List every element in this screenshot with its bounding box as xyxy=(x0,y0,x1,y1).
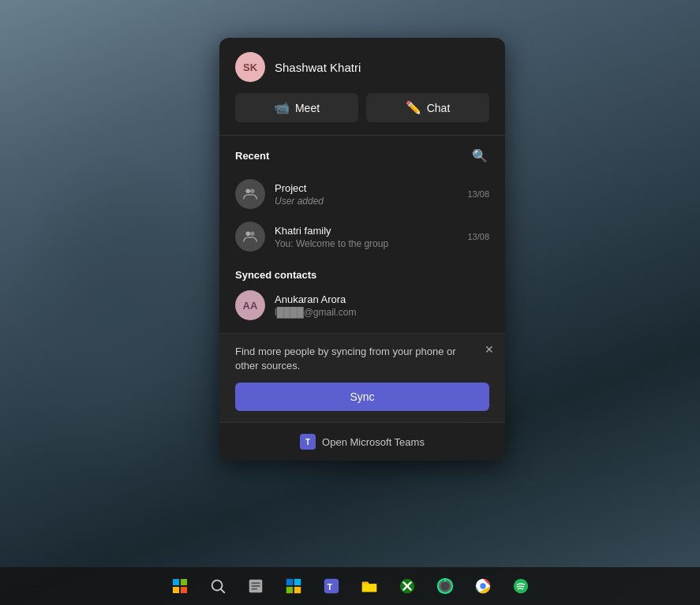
spotify-icon xyxy=(512,577,530,595)
footer-label: Open Microsoft Teams xyxy=(322,436,425,448)
chat-label: Chat xyxy=(427,102,451,114)
synced-title: Synced contacts xyxy=(235,269,489,281)
open-teams-footer[interactable]: T Open Microsoft Teams xyxy=(219,422,505,461)
svg-line-5 xyxy=(221,589,224,592)
group-icon-khatri xyxy=(241,228,259,245)
synced-section: Synced contacts AA Anukaran Arora l████@… xyxy=(219,258,505,333)
explorer-icon xyxy=(361,577,378,595)
chat-info-khatri: Khatri family You: Welcome to the group xyxy=(275,225,458,249)
taskbar-tasks[interactable] xyxy=(428,569,462,603)
svg-rect-9 xyxy=(251,588,256,590)
sync-banner: ✕ Find more people by syncing from your … xyxy=(219,333,505,422)
chat-time-khatri: 13/08 xyxy=(467,232,489,241)
svg-point-18 xyxy=(440,582,449,591)
svg-point-0 xyxy=(246,189,251,194)
teams-taskbar-icon: T xyxy=(323,577,340,595)
chat-button[interactable]: ✏️ Chat xyxy=(366,93,489,122)
svg-rect-12 xyxy=(286,587,292,593)
meet-button[interactable]: 📹 Meet xyxy=(235,93,358,122)
chat-preview-project: User added xyxy=(275,196,458,207)
action-buttons: 📹 Meet ✏️ Chat xyxy=(219,93,505,135)
svg-rect-13 xyxy=(294,587,300,593)
svg-point-1 xyxy=(250,189,255,194)
teams-popup: SK Shashwat Khatri 📹 Meet ✏️ Chat Recent… xyxy=(219,38,505,461)
store-icon xyxy=(285,577,302,595)
recent-section-header: Recent 🔍 xyxy=(235,147,489,165)
taskbar-xbox[interactable] xyxy=(390,569,425,603)
banner-text: Find more people by syncing from your ph… xyxy=(235,345,489,373)
popup-header: SK Shashwat Khatri xyxy=(219,38,505,93)
chrome-icon xyxy=(474,577,492,595)
taskbar: T xyxy=(0,567,700,605)
chat-icon: ✏️ xyxy=(406,100,421,115)
tasks-icon xyxy=(436,577,454,595)
avatar-aa-initials: AA xyxy=(243,300,258,312)
group-icon xyxy=(241,185,259,203)
taskbar-store[interactable] xyxy=(276,569,311,603)
contact-email-aa: l████@gmail.com xyxy=(275,307,489,318)
group-avatar-project xyxy=(235,179,265,209)
user-name: Shashwat Khatri xyxy=(275,61,361,74)
xbox-icon xyxy=(399,577,416,595)
svg-rect-11 xyxy=(294,579,300,585)
avatar-aa: AA xyxy=(235,290,265,320)
chat-time-project: 13/08 xyxy=(467,189,489,199)
chat-preview-khatri: You: Welcome to the group xyxy=(275,238,458,249)
recent-title: Recent xyxy=(235,150,269,162)
teams-logo-icon: T xyxy=(300,434,316,450)
svg-point-21 xyxy=(480,583,485,588)
contact-info-aa: Anukaran Arora l████@gmail.com xyxy=(275,293,489,318)
sync-button[interactable]: Sync xyxy=(235,383,489,411)
svg-point-2 xyxy=(246,232,251,237)
taskbar-search[interactable] xyxy=(200,569,235,603)
banner-close-button[interactable]: ✕ xyxy=(485,343,494,356)
meet-label: Meet xyxy=(295,102,320,114)
svg-text:T: T xyxy=(327,582,332,592)
contact-name-aa: Anukaran Arora xyxy=(275,293,489,305)
search-taskbar-icon xyxy=(209,577,226,595)
taskbar-files[interactable] xyxy=(238,569,273,603)
taskbar-start[interactable] xyxy=(163,569,197,603)
svg-rect-8 xyxy=(251,585,260,587)
windows-icon xyxy=(173,579,187,593)
video-icon: 📹 xyxy=(274,100,290,115)
avatar-initials: SK xyxy=(243,62,257,73)
chat-item-project[interactable]: Project User added 13/08 xyxy=(235,173,489,215)
chat-item-khatri[interactable]: Khatri family You: Welcome to the group … xyxy=(235,215,489,258)
chat-name-khatri: Khatri family xyxy=(275,225,458,237)
taskbar-teams[interactable]: T xyxy=(314,569,349,603)
files-icon xyxy=(247,577,264,595)
svg-point-3 xyxy=(250,232,255,237)
recent-section: Recent 🔍 Project User added 13/08 xyxy=(219,136,505,258)
contact-item-aa[interactable]: AA Anukaran Arora l████@gmail.com xyxy=(235,290,489,320)
chat-name-project: Project xyxy=(275,182,458,194)
taskbar-explorer[interactable] xyxy=(352,569,387,603)
taskbar-chrome[interactable] xyxy=(466,569,500,603)
group-avatar-khatri xyxy=(235,222,265,252)
avatar: SK xyxy=(235,52,265,82)
search-button[interactable]: 🔍 xyxy=(470,147,489,165)
taskbar-spotify[interactable] xyxy=(503,569,538,603)
chat-info-project: Project User added xyxy=(275,182,458,207)
svg-rect-7 xyxy=(251,582,260,584)
svg-rect-10 xyxy=(286,579,292,585)
